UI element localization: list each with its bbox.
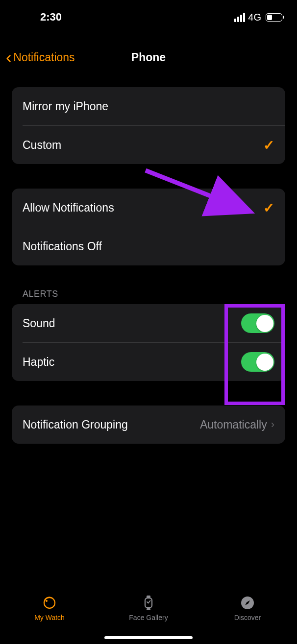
status-indicators: 4G xyxy=(234,12,282,23)
nav-header: ‹ Notifications Phone xyxy=(0,43,297,72)
haptic-label: Haptic xyxy=(23,356,54,369)
allow-notifications-row[interactable]: Allow Notifications ✓ xyxy=(12,189,285,227)
back-label: Notifications xyxy=(13,51,74,64)
svg-point-2 xyxy=(46,600,48,602)
notification-grouping-label: Notification Grouping xyxy=(23,418,128,431)
allow-notifications-label: Allow Notifications xyxy=(23,201,114,215)
haptic-toggle[interactable] xyxy=(241,352,274,372)
watch-face-icon xyxy=(141,595,156,611)
network-type: 4G xyxy=(248,12,261,23)
back-button[interactable]: ‹ Notifications xyxy=(0,49,75,66)
tab-label: Discover xyxy=(234,614,261,621)
svg-rect-5 xyxy=(147,608,150,610)
notifications-off-label: Notifications Off xyxy=(23,240,102,253)
grouping-group: Notification Grouping Automatically › xyxy=(12,405,285,444)
notification-grouping-row[interactable]: Notification Grouping Automatically › xyxy=(12,405,285,444)
mirror-iphone-row[interactable]: Mirror my iPhone xyxy=(12,87,285,125)
battery-icon xyxy=(266,13,282,22)
tab-my-watch[interactable]: My Watch xyxy=(0,595,99,621)
alerts-group: Sound Haptic xyxy=(12,304,285,381)
svg-rect-4 xyxy=(147,596,150,597)
watch-icon xyxy=(42,595,57,611)
checkmark-icon: ✓ xyxy=(263,200,274,216)
allow-group: Allow Notifications ✓ Notifications Off xyxy=(12,189,285,265)
notifications-off-row[interactable]: Notifications Off xyxy=(12,227,285,265)
mirror-group: Mirror my iPhone Custom ✓ xyxy=(12,87,285,164)
custom-row[interactable]: Custom ✓ xyxy=(12,126,285,164)
checkmark-icon: ✓ xyxy=(263,137,274,153)
alerts-header: ALERTS xyxy=(12,289,285,304)
sound-label: Sound xyxy=(23,317,55,330)
sound-toggle[interactable] xyxy=(241,313,274,333)
chevron-left-icon: ‹ xyxy=(6,48,11,65)
tab-discover[interactable]: Discover xyxy=(198,595,297,621)
tab-face-gallery[interactable]: Face Gallery xyxy=(99,595,198,621)
home-indicator[interactable] xyxy=(104,636,193,639)
mirror-iphone-label: Mirror my iPhone xyxy=(23,100,108,113)
tab-label: Face Gallery xyxy=(129,614,168,621)
status-time: 2:30 xyxy=(40,11,62,24)
chevron-right-icon: › xyxy=(271,418,274,431)
cellular-signal-icon xyxy=(234,13,245,22)
status-bar: 2:30 4G xyxy=(0,0,297,29)
compass-icon xyxy=(240,595,255,611)
sound-row[interactable]: Sound xyxy=(12,304,285,342)
notification-grouping-value: Automatically xyxy=(200,418,267,431)
tab-label: My Watch xyxy=(34,614,65,621)
haptic-row[interactable]: Haptic xyxy=(12,343,285,381)
custom-label: Custom xyxy=(23,139,61,152)
